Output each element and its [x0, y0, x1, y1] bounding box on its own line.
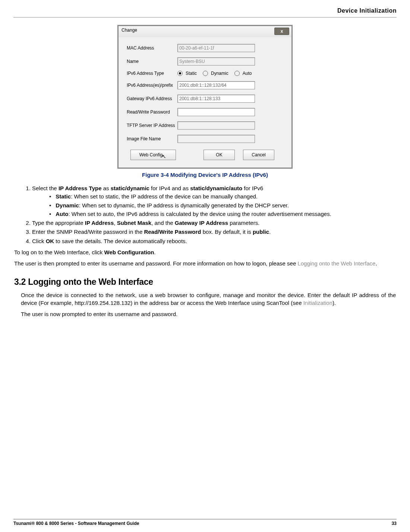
step-1: Select the IP Address Type as static/dyn… [32, 185, 396, 218]
radio-dynamic-label: Dynamic [211, 71, 228, 76]
gateway-ipv6-field[interactable] [177, 95, 255, 103]
heading-3-2: 3.2 Logging onto the Web Interface [14, 276, 396, 288]
header-divider [13, 17, 397, 17]
step-4: Click OK to save the details. The device… [32, 238, 396, 245]
radio-dynamic[interactable] [203, 71, 208, 76]
dialog-titlebar: Change x [119, 26, 291, 37]
web-config-button-label: Web Config [139, 152, 163, 157]
name-label: Name [127, 59, 177, 64]
figure-caption: Figure 3-4 Modifying Device's IP Address… [13, 172, 397, 178]
ipv6-address-prefix-label: IPv6 Address(es)/prefix [127, 83, 177, 88]
page-header-title: Device Initialization [13, 7, 397, 17]
radio-auto[interactable] [234, 71, 240, 76]
radio-static[interactable] [177, 71, 183, 76]
image-file-label: Image File Name [127, 136, 177, 141]
web-config-button[interactable]: Web Config ↖ [130, 150, 176, 160]
change-dialog: Change x MAC Address Name IPv6 Address T… [117, 25, 293, 169]
tftp-server-field[interactable] [177, 121, 255, 130]
paragraph-logon-info: The user is then prompted to enter its u… [14, 260, 396, 267]
sec32-paragraph-1: Once the device is connected to the netw… [21, 292, 396, 307]
paragraph-web-config: To log on to the Web Interface, click We… [14, 249, 396, 256]
cancel-button[interactable]: Cancel [243, 150, 274, 160]
sec32-paragraph-2: The user is now prompted to enter its us… [21, 310, 396, 318]
dialog-title: Change [122, 28, 137, 33]
link-initialization[interactable]: Initialization [303, 300, 332, 306]
tftp-server-label: TFTP Server IP Address [127, 123, 177, 128]
cursor-icon: ↖ [162, 153, 166, 159]
link-logging-onto-web-interface[interactable]: Logging onto the Web Interface [297, 260, 375, 267]
rw-password-label: Read/Write Password [127, 109, 177, 115]
radio-static-label: Static [186, 71, 197, 76]
mac-address-field[interactable] [177, 44, 255, 52]
page-footer: Tsunami® 800 & 8000 Series - Software Ma… [13, 519, 397, 526]
name-field[interactable] [177, 57, 255, 66]
step-3: Enter the SNMP Read/Write password in th… [32, 228, 396, 236]
bullet-auto: Auto: When set to auto, the IPv6 address… [49, 210, 396, 218]
image-file-field[interactable] [177, 135, 255, 143]
mac-address-label: MAC Address [127, 45, 177, 51]
bullet-static: Static: When set to static, the IP addre… [49, 193, 396, 200]
ok-button[interactable]: OK [204, 150, 235, 160]
step-2: Type the appropriate IP Address, Subnet … [32, 219, 396, 227]
footer-page-number: 33 [392, 521, 397, 526]
ipv6-address-type-label: IPv6 Address Type [127, 71, 177, 76]
rw-password-field[interactable] [177, 108, 255, 116]
close-icon[interactable]: x [274, 28, 289, 35]
bullet-dynamic: Dynamic: When set to dynamic, the IP add… [49, 202, 396, 209]
footer-divider [13, 519, 397, 519]
radio-auto-label: Auto [243, 71, 252, 76]
ipv6-address-prefix-field[interactable] [177, 81, 255, 89]
gateway-ipv6-label: Gateway IPv6 Address [127, 96, 177, 101]
footer-left: Tsunami® 800 & 8000 Series - Software Ma… [13, 521, 139, 526]
